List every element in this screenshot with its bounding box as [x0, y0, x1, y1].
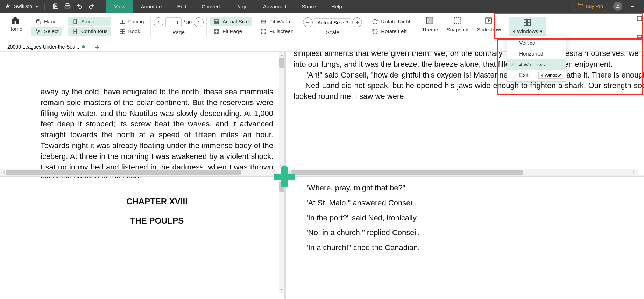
fullscreen-icon: [260, 28, 267, 35]
menu-convert[interactable]: Convert: [194, 0, 228, 13]
right-side-toolbar: [635, 14, 644, 42]
windows-horizontal-option[interactable]: Horizontal: [507, 48, 566, 59]
menu-help[interactable]: Help: [324, 0, 350, 13]
prev-page-button[interactable]: [154, 17, 163, 27]
menu-annotate[interactable]: Annotate: [133, 0, 169, 13]
svg-rect-13: [122, 31, 125, 33]
main-menu: View Annotate Edit Convert Page Advanced…: [106, 0, 349, 13]
svg-point-2: [582, 8, 582, 8]
menu-edit[interactable]: Edit: [169, 0, 194, 13]
windows-exit-tag: 4 Window: [538, 72, 563, 79]
svg-rect-9: [122, 20, 125, 23]
svg-rect-32: [528, 20, 530, 22]
home-icon: [10, 15, 20, 25]
print-button[interactable]: [63, 2, 72, 11]
document-content[interactable]: away by the cold, have emigrated to the …: [32, 87, 282, 169]
chapter-heading: CHAPTER XVIII: [41, 196, 273, 207]
windows-four-option[interactable]: 4 Windows: [507, 59, 566, 70]
four-windows-icon: [523, 19, 532, 27]
facing-button[interactable]: Facing: [115, 17, 148, 26]
snapshot-label: Snapshot: [446, 27, 468, 32]
home-label: Home: [8, 26, 22, 32]
continuous-button[interactable]: Continuous: [68, 27, 111, 36]
zoom-in-button[interactable]: [352, 17, 362, 27]
book-icon: [119, 28, 126, 35]
windows-split-button[interactable]: 4 Windows▾: [509, 17, 546, 36]
side-tool-1[interactable]: [635, 14, 644, 23]
user-avatar[interactable]: [613, 2, 622, 11]
svg-rect-33: [524, 23, 527, 26]
fit-width-button[interactable]: Fit Width: [256, 17, 297, 26]
fit-page-icon: [213, 28, 220, 35]
page-number-input[interactable]: [165, 17, 182, 27]
next-page-button[interactable]: [194, 17, 204, 27]
zoom-out-button[interactable]: [303, 17, 313, 27]
svg-rect-12: [120, 31, 122, 33]
slideshow-button[interactable]: Slideshow: [473, 15, 505, 38]
svg-rect-27: [428, 17, 433, 23]
pane-top-left: away by the cold, have emigrated to the …: [0, 52, 285, 176]
document-content[interactable]: simplest aliments that were given them. …: [285, 52, 644, 102]
menu-share[interactable]: Share: [294, 0, 324, 13]
select-tool[interactable]: Select: [31, 27, 62, 36]
buy-pro-label: Buy Pro: [586, 3, 603, 9]
windows-exit-option[interactable]: Exit: [519, 72, 529, 79]
svg-rect-35: [637, 16, 642, 21]
windows-label: 4 Windows: [512, 28, 538, 34]
theme-button[interactable]: Theme: [418, 15, 443, 38]
save-button[interactable]: [51, 2, 60, 11]
chevron-down-icon: ▾: [540, 28, 543, 35]
windows-dropdown: Vertical Horizontal 4 Windows Exit 4 Win…: [507, 36, 566, 82]
buy-pro-button[interactable]: Buy Pro: [572, 2, 608, 11]
redo-button[interactable]: [87, 2, 96, 11]
menu-advanced[interactable]: Advanced: [255, 0, 294, 13]
single-page-icon: [72, 18, 79, 25]
fit-page-button[interactable]: Fit Page: [210, 27, 252, 36]
pane-top-right: simplest aliments that were given them. …: [285, 52, 644, 176]
scale-group-label: Scale: [326, 29, 339, 35]
document-tab[interactable]: 20000-Leagues-Under-the-Sea...: [2, 42, 90, 51]
svg-point-3: [617, 5, 618, 6]
home-button[interactable]: Home: [3, 15, 27, 38]
single-page-button[interactable]: Single: [68, 17, 111, 26]
page-total: / 30: [184, 20, 192, 25]
slideshow-icon: [484, 16, 494, 25]
actual-size-button[interactable]: 1:1Actual Size: [210, 17, 252, 26]
actual-size-icon: 1:1: [213, 18, 220, 25]
snapshot-button[interactable]: Snapshot: [442, 15, 473, 38]
svg-point-17: [215, 30, 216, 31]
app-menu-dropdown-icon[interactable]: ▾: [36, 3, 38, 9]
menu-view[interactable]: View: [106, 0, 133, 13]
cursor-icon: [35, 28, 42, 35]
hand-icon: [35, 18, 42, 25]
svg-rect-10: [120, 29, 122, 31]
fullscreen-button[interactable]: Fullscreen: [256, 27, 297, 36]
undo-button[interactable]: [75, 2, 84, 11]
rotate-left-button[interactable]: Rotate Left: [368, 27, 413, 36]
minimize-button[interactable]: [627, 1, 638, 12]
scale-select[interactable]: Actual Size: [314, 18, 351, 27]
ribbon-toolbar: Home Hand Select Single Continuous Facin…: [0, 13, 644, 39]
side-tool-2[interactable]: [635, 33, 644, 42]
snapshot-icon: [453, 16, 462, 25]
svg-rect-5: [74, 20, 77, 24]
app-logo-icon: [4, 3, 11, 10]
svg-point-19: [215, 32, 216, 33]
hand-tool[interactable]: Hand: [31, 17, 62, 26]
chapter-title: THE POULPS: [41, 215, 273, 227]
pane-divider-horizontal[interactable]: [0, 175, 644, 177]
tab-title: 20000-Leagues-Under-the-Sea...: [7, 44, 79, 50]
windows-vertical-option[interactable]: Vertical: [507, 37, 566, 48]
new-tab-button[interactable]: ＋: [93, 42, 102, 51]
pane-bottom-left: infest the surface of the seas. CHAPTER …: [0, 176, 285, 299]
svg-rect-34: [528, 23, 530, 26]
slideshow-label: Slideshow: [477, 27, 501, 32]
document-content[interactable]: "Where, pray, might that be?" "At St. Ma…: [285, 183, 644, 257]
app-name: SwifDoo: [14, 3, 32, 9]
document-content[interactable]: infest the surface of the seas. CHAPTER …: [32, 176, 282, 227]
menu-page[interactable]: Page: [228, 0, 255, 13]
svg-rect-6: [74, 29, 77, 31]
svg-rect-8: [120, 20, 122, 23]
book-button[interactable]: Book: [115, 27, 148, 36]
rotate-right-button[interactable]: Rotate Right: [368, 17, 413, 26]
